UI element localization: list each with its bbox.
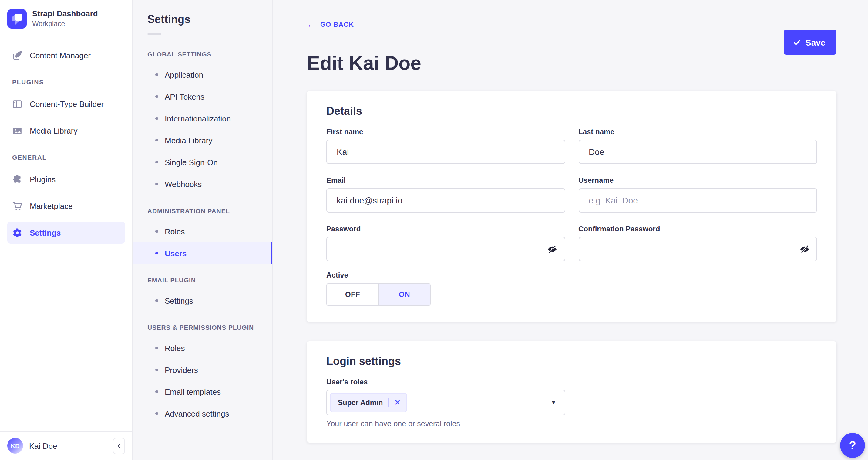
sidebar-section-plugins: PLUGINS [12,78,125,86]
last-name-field-group: Last name [578,127,817,164]
eye-off-icon [547,244,557,254]
help-button[interactable]: ? [840,433,865,458]
brand-text: Strapi Dashboard Workplace [32,9,98,29]
subnav-item-label: Email templates [165,387,221,396]
username-field-group: Username [578,176,817,212]
settings-subnav: Settings GLOBAL SETTINGS Application API… [133,0,273,460]
subnav-item-internationalization[interactable]: Internationalization [133,108,272,130]
bullet-icon [155,139,158,142]
subnav-item-media-library[interactable]: Media Library [133,130,272,151]
collapse-sidebar-button[interactable] [113,437,125,454]
subnav-item-users[interactable]: Users [133,242,272,264]
active-toggle-off[interactable]: OFF [327,284,379,306]
subnav-item-single-sign-on[interactable]: Single Sign-On [133,151,272,173]
brand-subtitle: Workplace [32,20,98,29]
main-content: ← GO BACK Edit Kai Doe Save Details Firs… [273,0,868,460]
brand-title: Strapi Dashboard [32,9,98,19]
username-input[interactable] [578,188,817,212]
remove-role-icon[interactable]: ✕ [394,399,400,406]
chip-divider [388,398,389,407]
bullet-icon [155,391,158,393]
app-stage: Strapi Dashboard Workplace Content Manag… [0,0,868,460]
subnav-title: Settings [133,13,272,26]
first-name-field-group: First name [326,127,565,164]
password-input[interactable] [326,237,565,261]
subnav-item-application[interactable]: Application [133,64,272,86]
subnav-item-webhooks[interactable]: Webhooks [133,173,272,195]
bullet-icon [155,74,158,76]
user-avatar[interactable]: KD [7,438,23,454]
sidebar-item-content-type-builder[interactable]: Content-Type Builder [7,93,125,115]
sidebar-nav: Content Manager PLUGINS Content-Type Bui… [0,38,132,431]
chevron-left-icon [116,443,122,449]
strapi-logo-icon [7,9,27,29]
active-toggle-on[interactable]: ON [379,284,430,306]
login-settings-card: Login settings User's roles Super Admin … [307,341,836,443]
subnav-divider [147,33,161,35]
first-name-label: First name [326,127,565,136]
toggle-confirmation-visibility-button[interactable] [799,243,810,254]
bullet-icon [155,412,158,415]
question-mark-icon: ? [849,439,856,452]
first-name-input[interactable] [326,140,565,164]
confirmation-password-input[interactable] [578,237,817,261]
subnav-item-roles-up[interactable]: Roles [133,337,272,359]
subnav-item-label: Media Library [165,136,213,145]
subnav-item-label: Roles [165,227,185,236]
subnav-item-api-tokens[interactable]: API Tokens [133,86,272,108]
gear-icon [12,227,23,238]
subnav-item-email-templates[interactable]: Email templates [133,381,272,403]
subnav-item-providers[interactable]: Providers [133,359,272,381]
bullet-icon [155,230,158,233]
subnav-item-roles-admin[interactable]: Roles [133,221,272,242]
sidebar-item-marketplace[interactable]: Marketplace [7,195,125,217]
chevron-down-icon[interactable]: ▼ [551,400,556,406]
last-name-input[interactable] [578,140,817,164]
bullet-icon [155,252,158,255]
last-name-label: Last name [578,127,817,136]
roles-helper-text: Your user can have one or several roles [326,420,817,428]
sidebar-item-settings[interactable]: Settings [7,222,125,243]
workspace-brand[interactable]: Strapi Dashboard Workplace [0,0,132,38]
sidebar-item-media-library[interactable]: Media Library [7,120,125,142]
bullet-icon [155,347,158,349]
puzzle-icon [12,174,23,184]
subnav-item-label: Single Sign-On [165,157,218,167]
password-field-group: Password [326,225,565,261]
users-roles-select[interactable]: Super Admin ✕ ▼ [326,390,565,415]
subnav-section-email-plugin: EMAIL PLUGIN [133,276,272,284]
details-card-title: Details [326,105,817,118]
go-back-label: GO BACK [320,21,354,28]
details-form: First name Last name Email [326,127,817,261]
go-back-link[interactable]: ← GO BACK [307,21,354,28]
email-input[interactable] [326,188,565,212]
sidebar-footer: KD Kai Doe [0,431,132,460]
subnav-item-label: Internationalization [165,114,231,123]
subnav-item-label: Roles [165,343,185,352]
check-icon [794,38,801,46]
image-icon [12,125,23,136]
role-chip-label: Super Admin [338,398,383,407]
sidebar-item-content-manager[interactable]: Content Manager [7,44,125,66]
sidebar-item-label: Marketplace [30,201,73,210]
main-sidebar: Strapi Dashboard Workplace Content Manag… [0,0,133,460]
sidebar-item-label: Plugins [30,175,56,184]
strapi-admin-app: Strapi Dashboard Workplace Content Manag… [0,0,868,460]
sidebar-item-plugins[interactable]: Plugins [7,168,125,190]
confirmation-password-field-group: Confirmation Password [578,225,817,261]
bullet-icon [155,369,158,371]
subnav-item-email-settings[interactable]: Settings [133,290,272,312]
sidebar-item-label: Settings [30,228,61,237]
user-name: Kai Doe [29,441,107,450]
save-button[interactable]: Save [784,30,836,55]
cart-icon [12,201,23,211]
subnav-section-users-permissions-plugin: USERS & PERMISSIONS PLUGIN [133,324,272,332]
login-settings-title: Login settings [326,355,817,368]
subnav-item-advanced-settings[interactable]: Advanced settings [133,403,272,425]
active-label: Active [326,271,817,279]
toggle-password-visibility-button[interactable] [547,243,558,254]
password-label: Password [326,225,565,233]
role-chip-super-admin: Super Admin ✕ [330,393,407,412]
sidebar-section-general: GENERAL [12,154,125,161]
subnav-item-label: Settings [165,296,193,305]
